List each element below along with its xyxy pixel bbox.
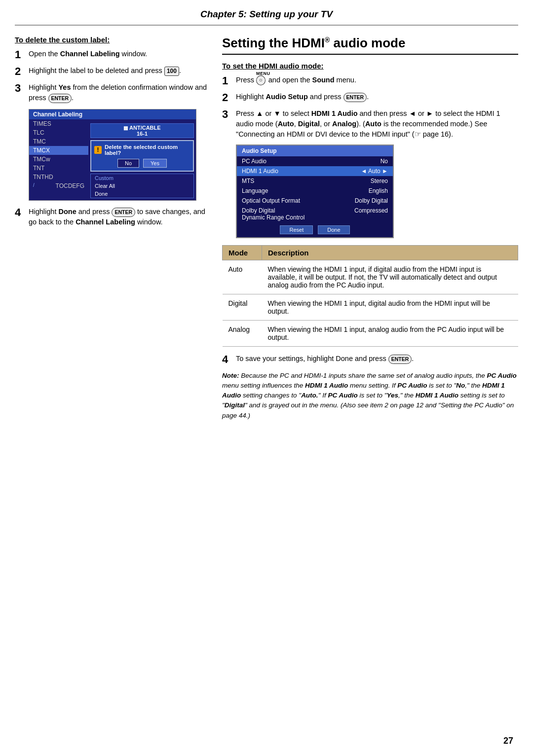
- step-bold: Sound: [312, 76, 334, 84]
- options-item-clearall: Clear All: [91, 182, 193, 190]
- channel-item: TIMES: [29, 119, 88, 128]
- enter-key-badge: ENTER: [388, 355, 412, 364]
- audio-setup-title: Audio Setup: [237, 145, 393, 156]
- note-text: Note: Because the PC and HDMI-1 inputs s…: [222, 371, 518, 421]
- yes-button[interactable]: Yes: [143, 159, 167, 168]
- audio-setup-buttons: Reset Done: [237, 222, 393, 237]
- mode-digital-desc: When viewing the HDMI 1 input, digital a…: [262, 294, 518, 321]
- step-text: Press ▲ or ▼ to select HDMI 1 Audio and …: [236, 108, 518, 140]
- audio-row-optical: Optical Output Format Dolby Digital: [237, 196, 393, 206]
- chapter-title: Chapter 5: Setting up your TV: [200, 9, 333, 19]
- audio-row-label: PC Audio: [242, 158, 266, 165]
- audio-row-hdmi1: HDMI 1 Audio ◄ Auto ►: [237, 166, 393, 176]
- left-step-1: 1 Open the Channel Labeling window.: [15, 49, 207, 61]
- screenshot-titlebar: Channel Labeling: [29, 109, 196, 119]
- step-text: Highlight Yes from the deletion confirma…: [29, 82, 207, 103]
- right-step-3: 3 Press ▲ or ▼ to select HDMI 1 Audio an…: [222, 108, 518, 140]
- options-list: Custom Clear All Done: [90, 174, 194, 198]
- mode-analog-desc: When viewing the HDMI 1 input, analog au…: [262, 321, 518, 347]
- options-item-custom: Custom: [91, 174, 193, 182]
- audio-row-pc: PC Audio No: [237, 156, 393, 166]
- enter-key-badge: ENTER: [112, 208, 135, 217]
- audio-row-label: Language: [242, 187, 268, 194]
- audio-row-value: English: [369, 187, 388, 194]
- step-bold2: Channel Labeling: [76, 218, 135, 226]
- step-number: 1: [15, 49, 29, 61]
- step-text: To save your settings, highlight Done an…: [236, 354, 518, 364]
- table-row: Analog When viewing the HDMI 1 input, an…: [223, 321, 518, 347]
- step-bold4: Analog: [332, 120, 356, 128]
- step-number: 3: [15, 82, 29, 94]
- section-heading: Setting the HDMI® audio mode: [222, 36, 518, 55]
- channel-item: / TOCDEFG: [29, 181, 88, 190]
- step-bold: Yes: [58, 83, 71, 91]
- step-text: Highlight Done and press ENTER to save c…: [29, 207, 207, 227]
- table-header-description: Description: [262, 246, 518, 260]
- left-step-3: 3 Highlight Yes from the deletion confir…: [15, 82, 207, 103]
- left-step-4: 4 Highlight Done and press ENTER to save…: [15, 207, 207, 227]
- antcable-badge: ▩ ANT/CABLE16-1: [90, 123, 194, 138]
- channel-item: TNT: [29, 164, 88, 173]
- key-100-badge: 100: [164, 67, 179, 76]
- channel-list: TIMES TLC TMC TMCX TMCw TNT TNTHD / TOCD…: [29, 119, 88, 200]
- audio-row-dolby: Dolby DigitalDynamic Range Control Compr…: [237, 206, 393, 222]
- audio-row-value: ◄ Auto ►: [361, 168, 388, 175]
- audio-row-label: MTS: [242, 178, 254, 184]
- dialog-buttons: No Yes: [94, 159, 190, 168]
- right-step-4: 4 To save your settings, highlight Done …: [222, 354, 518, 365]
- right-panel: ▩ ANT/CABLE16-1 ! Delete the selected cu…: [88, 119, 196, 200]
- chapter-header: Chapter 5: Setting up your TV: [15, 0, 518, 26]
- channel-item-selected: TMCX: [29, 146, 88, 155]
- right-subsection-title: To set the HDMI audio mode:: [222, 62, 518, 70]
- enter-key-badge: ENTER: [48, 94, 72, 103]
- options-item-done: Done: [91, 190, 193, 198]
- step-bold: HDMI 1 Audio: [311, 109, 358, 117]
- menu-circle-key: ○: [256, 75, 266, 85]
- step-bold: Audio Setup: [266, 93, 307, 101]
- audio-row-label: Dolby DigitalDynamic Range Control: [242, 207, 305, 221]
- step-number: 4: [222, 354, 236, 365]
- left-subsection-title: To delete the custom label:: [15, 36, 207, 44]
- step-bold: Channel Labeling: [60, 50, 120, 58]
- table-row: Digital When viewing the HDMI 1 input, d…: [223, 294, 518, 321]
- audio-row-value: No: [381, 158, 388, 165]
- step-bold3: Digital: [298, 120, 320, 128]
- step-bold2: Auto: [278, 120, 294, 128]
- menu-label: MENU: [256, 71, 270, 77]
- dialog-text: Delete the selected custom label?: [105, 144, 190, 156]
- step-text: Press MENU ○ and open the Sound menu.: [236, 75, 518, 85]
- step-bold: Done: [58, 208, 76, 216]
- mode-digital: Digital: [223, 294, 262, 321]
- step-text: Open the Channel Labeling window.: [29, 49, 207, 59]
- channel-item: TLC: [29, 128, 88, 137]
- audio-setup-screenshot: Audio Setup PC Audio No HDMI 1 Audio ◄ A…: [236, 144, 394, 238]
- warning-icon: !: [94, 146, 102, 154]
- step-number: 3: [222, 108, 236, 120]
- step-number: 2: [15, 66, 29, 77]
- step-number: 2: [222, 92, 236, 104]
- slash-icon: /: [33, 182, 35, 189]
- channel-labeling-screenshot: Channel Labeling TIMES TLC TMC TMCX TMCw…: [29, 109, 196, 201]
- page-number: 27: [503, 736, 513, 746]
- done-button[interactable]: Done: [318, 225, 349, 234]
- dialog-box: ! Delete the selected custom label? No Y…: [90, 140, 194, 172]
- reset-button[interactable]: Reset: [280, 225, 313, 234]
- channel-item: TMCw: [29, 155, 88, 164]
- left-step-2: 2 Highlight the label to be deleted and …: [15, 66, 207, 77]
- audio-row-label: HDMI 1 Audio: [242, 168, 278, 175]
- section-heading-text: Setting the HDMI: [222, 36, 325, 50]
- step-text: Highlight the label to be deleted and pr…: [29, 66, 207, 76]
- mode-auto-desc: When viewing the HDMI 1 input, if digita…: [262, 260, 518, 294]
- section-heading-text2: audio mode: [330, 36, 405, 50]
- mode-description-table: Mode Description Auto When viewing the H…: [222, 245, 518, 347]
- no-button[interactable]: No: [117, 159, 139, 168]
- mode-auto: Auto: [223, 260, 262, 294]
- table-header-mode: Mode: [223, 246, 262, 260]
- audio-row-label: Optical Output Format: [242, 197, 300, 204]
- dialog-title: ! Delete the selected custom label?: [94, 144, 190, 156]
- registered-mark: ®: [325, 36, 330, 44]
- channel-item: TMC: [29, 137, 88, 146]
- right-step-2: 2 Highlight Audio Setup and press ENTER.: [222, 92, 518, 104]
- right-column: Setting the HDMI® audio mode To set the …: [222, 36, 518, 421]
- audio-row-language: Language English: [237, 186, 393, 196]
